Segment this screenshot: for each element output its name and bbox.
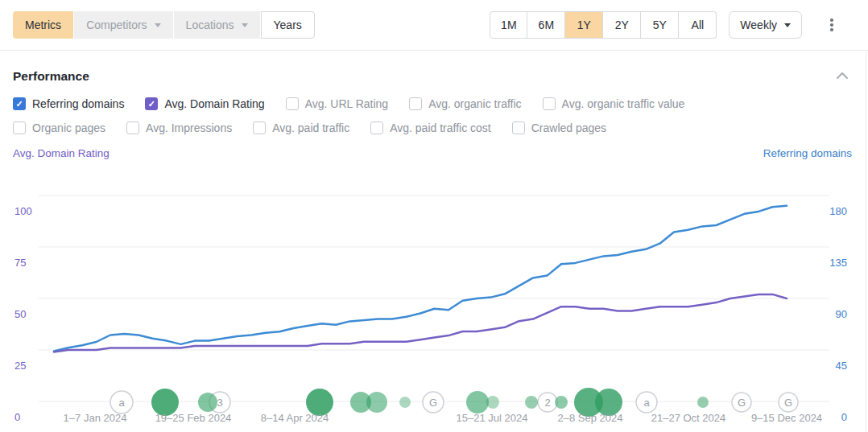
checkbox-unchecked-icon[interactable] — [370, 121, 383, 134]
metric-label: Referring domains — [32, 97, 124, 110]
left-axis-tick: 0 — [14, 411, 20, 423]
event-bubble[interactable] — [697, 397, 709, 408]
left-axis-tick: 50 — [14, 308, 26, 320]
range-button-1y[interactable]: 1Y — [565, 11, 603, 39]
x-axis-tick: 9–15 Dec 2024 — [751, 412, 822, 424]
x-axis-tick: 1–7 Jan 2024 — [64, 412, 127, 424]
panel-right-edge — [866, 51, 866, 432]
checkbox-unchecked-icon[interactable] — [126, 121, 139, 134]
range-button-all[interactable]: All — [679, 11, 717, 39]
chevron-down-icon — [242, 23, 248, 27]
chart-series — [54, 206, 787, 352]
event-badge-label: 3 — [217, 397, 222, 409]
view-tab-label: Locations — [186, 19, 234, 31]
time-range-group: 1M6M1Y2Y5YAll — [490, 11, 717, 39]
right-axis-tick: 0 — [841, 411, 847, 423]
event-badge-label: G — [738, 397, 746, 409]
view-tab-label: Years — [274, 19, 302, 31]
view-tab-years[interactable]: Years — [261, 11, 315, 39]
checkbox-unchecked-icon[interactable] — [286, 97, 299, 110]
metric-label: Crawled pages — [531, 121, 606, 134]
x-axis-tick: 8–14 Apr 2024 — [261, 412, 329, 424]
view-tab-label: Competitors — [86, 19, 147, 31]
right-axis-tick: 135 — [829, 257, 847, 269]
metric-label: Avg. paid traffic — [272, 121, 349, 134]
metrics-row-1: ✓Referring domains✓Avg. Domain RatingAvg… — [0, 97, 868, 110]
metric-toggle-organic-pages[interactable]: Organic pages — [13, 121, 105, 134]
chevron-down-icon — [155, 23, 161, 27]
metric-label: Avg. paid traffic cost — [390, 121, 491, 134]
metric-toggle-avg-organic-traffic[interactable]: Avg. organic traffic — [409, 97, 521, 110]
event-bubble[interactable] — [198, 393, 217, 412]
checkbox-unchecked-icon[interactable] — [13, 121, 26, 134]
view-tab-group: MetricsCompetitorsLocationsYears — [13, 11, 315, 39]
view-tab-label: Metrics — [25, 19, 61, 31]
checkbox-unchecked-icon[interactable] — [409, 97, 422, 110]
event-bubble[interactable] — [555, 396, 568, 409]
chevron-down-icon — [784, 23, 791, 27]
metric-toggle-avg-impressions[interactable]: Avg. Impressions — [126, 121, 232, 134]
x-axis-tick: 15–21 Jul 2024 — [457, 412, 528, 424]
checkbox-unchecked-icon[interactable] — [512, 121, 525, 134]
chevron-up-icon — [836, 72, 849, 80]
view-tab-competitors[interactable]: Competitors — [74, 11, 172, 39]
collapse-section-button[interactable] — [834, 68, 850, 84]
event-badge-label: a — [118, 397, 125, 409]
range-button-1m[interactable]: 1M — [490, 11, 527, 39]
left-axis-tick: 75 — [14, 257, 26, 269]
checkbox-unchecked-icon[interactable] — [543, 97, 556, 110]
view-tab-metrics[interactable]: Metrics — [13, 11, 73, 39]
metric-label: Organic pages — [32, 121, 105, 134]
metric-label: Avg. Domain Rating — [164, 97, 264, 110]
series-line-avg-domain-rating — [54, 294, 787, 352]
metric-toggle-crawled-pages[interactable]: Crawled pages — [512, 121, 606, 134]
event-bubble[interactable] — [366, 392, 387, 413]
right-axis-tick: 90 — [836, 308, 847, 320]
event-badge-label: G — [784, 397, 792, 409]
performance-chart[interactable]: a3G2aGG 1007550250180135904501–7 Jan 202… — [0, 189, 868, 432]
metric-label: Avg. organic traffic — [428, 97, 521, 110]
metric-toggle-avg-domain-rating[interactable]: ✓Avg. Domain Rating — [145, 97, 264, 110]
right-axis-tick: 180 — [829, 205, 847, 217]
range-button-5y[interactable]: 5Y — [641, 11, 679, 39]
chart-axis-labels: 1007550250180135904501–7 Jan 202419–25 F… — [14, 205, 847, 424]
checkbox-checked-icon[interactable]: ✓ — [13, 97, 26, 110]
x-axis-tick: 21–27 Oct 2024 — [651, 412, 726, 424]
metric-label: Avg. URL Rating — [305, 97, 389, 110]
toolbar-right: 1M6M1Y2Y5YAll Weekly — [490, 11, 839, 39]
right-axis-tick: 45 — [836, 360, 847, 372]
metric-toggle-avg-url-rating[interactable]: Avg. URL Rating — [286, 97, 389, 110]
granularity-dropdown[interactable]: Weekly — [729, 11, 802, 39]
series-line-referring-domains — [54, 206, 787, 352]
event-bubble[interactable] — [486, 396, 499, 409]
left-axis-title: Avg. Domain Rating — [13, 147, 110, 159]
left-axis-tick: 25 — [14, 360, 26, 372]
kebab-menu-button[interactable] — [825, 14, 839, 35]
granularity-value: Weekly — [740, 19, 777, 31]
event-bubble[interactable] — [466, 391, 489, 413]
event-badge-label: 2 — [544, 397, 550, 409]
metric-toggle-avg-paid-traffic[interactable]: Avg. paid traffic — [253, 121, 349, 134]
metrics-row-2: Organic pagesAvg. ImpressionsAvg. paid t… — [0, 121, 868, 134]
right-axis-title: Referring domains — [763, 147, 852, 159]
checkbox-checked-icon[interactable]: ✓ — [145, 97, 158, 110]
axis-header: Avg. Domain Rating Referring domains — [0, 147, 868, 159]
x-axis-tick: 2–8 Sep 2024 — [558, 412, 623, 424]
toolbar: MetricsCompetitorsLocationsYears 1M6M1Y2… — [0, 0, 868, 51]
chart-area: a3G2aGG 1007550250180135904501–7 Jan 202… — [0, 189, 868, 432]
metric-label: Avg. organic traffic value — [562, 97, 685, 110]
section-title: Performance — [13, 68, 89, 84]
event-badge-label: a — [643, 397, 650, 409]
metric-toggle-avg-paid-traffic-cost[interactable]: Avg. paid traffic cost — [370, 121, 491, 134]
performance-header: Performance — [0, 68, 868, 84]
checkbox-unchecked-icon[interactable] — [253, 121, 266, 134]
event-bubble[interactable] — [525, 396, 538, 409]
metric-toggle-avg-organic-traffic-value[interactable]: Avg. organic traffic value — [543, 97, 685, 110]
x-axis-tick: 19–25 Feb 2024 — [155, 412, 232, 424]
range-button-6m[interactable]: 6M — [527, 11, 565, 39]
left-axis-tick: 100 — [14, 205, 32, 217]
event-bubble[interactable] — [399, 397, 411, 408]
view-tab-locations[interactable]: Locations — [174, 11, 260, 39]
metric-toggle-referring-domains[interactable]: ✓Referring domains — [13, 97, 124, 110]
range-button-2y[interactable]: 2Y — [603, 11, 641, 39]
